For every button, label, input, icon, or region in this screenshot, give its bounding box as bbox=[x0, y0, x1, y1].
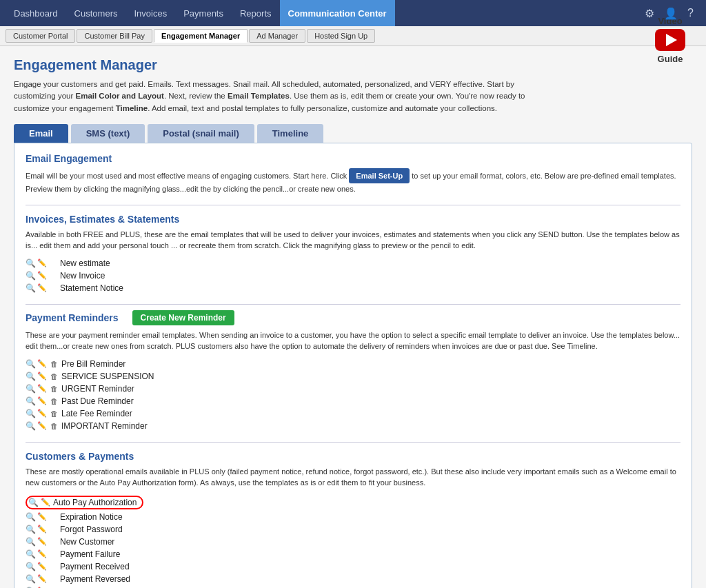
magnify-icon[interactable]: 🔍 bbox=[26, 562, 35, 571]
create-reminder-button[interactable]: Create New Reminder bbox=[132, 310, 234, 325]
subnav-engagement-manager[interactable]: Engagement Manager bbox=[154, 29, 248, 43]
customers-section-desc: These are mostly operational emails avai… bbox=[26, 466, 680, 489]
trash-icon[interactable]: 🗑 bbox=[49, 372, 59, 381]
pencil-icon[interactable]: ✏️ bbox=[37, 258, 47, 268]
pencil-icon[interactable]: ✏️ bbox=[37, 512, 47, 522]
pencil-icon[interactable]: ✏️ bbox=[37, 271, 47, 281]
email-content-box: Email Engagement Email will be your most… bbox=[14, 143, 692, 588]
magnify-icon[interactable]: 🔍 bbox=[26, 283, 35, 293]
tab-email[interactable]: Email bbox=[14, 124, 68, 143]
intro-text: Engage your customers and get paid. Emai… bbox=[14, 79, 552, 114]
customers-section-title: Customers & Payments bbox=[26, 451, 680, 462]
invoices-section-title: Invoices, Estimates & Statements bbox=[26, 214, 680, 225]
magnify-icon[interactable]: 🔍 bbox=[26, 421, 35, 431]
trash-icon[interactable]: 🗑 bbox=[49, 359, 59, 369]
pencil-icon[interactable]: ✏️ bbox=[37, 537, 47, 547]
user-icon[interactable]: 👤 bbox=[664, 7, 678, 20]
pencil-icon[interactable]: ✏️ bbox=[37, 525, 47, 534]
magnify-icon[interactable]: 🔍 bbox=[26, 258, 35, 268]
nav-customers[interactable]: Customers bbox=[66, 0, 126, 26]
magnify-icon[interactable]: 🔍 bbox=[26, 549, 35, 559]
item-icons: 🔍 ✏️ 🗑 bbox=[26, 384, 59, 394]
magnify-icon[interactable]: 🔍 bbox=[26, 512, 35, 522]
email-engagement-desc: Email will be your most used and most ef… bbox=[26, 168, 680, 195]
list-item: 🔍 ✏️ 🗑 URGENT Reminder bbox=[26, 383, 680, 395]
pencil-icon[interactable]: ✏️ bbox=[41, 498, 50, 507]
pencil-icon[interactable]: ✏️ bbox=[37, 549, 47, 559]
item-icons: 🔍 ✏️ bbox=[26, 549, 57, 559]
magnify-icon[interactable]: 🔍 bbox=[26, 537, 35, 547]
separator-2 bbox=[26, 304, 680, 305]
pencil-icon[interactable]: ✏️ bbox=[37, 384, 47, 394]
help-icon[interactable]: ? bbox=[687, 7, 694, 19]
email-setup-button[interactable]: Email Set-Up bbox=[349, 168, 410, 184]
subnav-hosted-signup[interactable]: Hosted Sign Up bbox=[307, 29, 375, 43]
magnify-icon[interactable]: 🔍 bbox=[26, 574, 35, 584]
separator-1 bbox=[26, 205, 680, 205]
email-engagement-title: Email Engagement bbox=[26, 153, 680, 164]
pencil-icon[interactable]: ✏️ bbox=[37, 396, 47, 406]
item-icons: 🔍 ✏️ bbox=[26, 258, 57, 268]
trash-icon[interactable]: 🗑 bbox=[49, 409, 59, 418]
list-item: 🔍 ✏️ 🗑 Late Fee Reminder bbox=[26, 407, 680, 420]
item-label: Payment Failure bbox=[60, 549, 120, 559]
nav-reports[interactable]: Reports bbox=[232, 0, 280, 26]
nav-dashboard[interactable]: Dashboard bbox=[6, 0, 66, 26]
top-nav-icons: ⚙ 👤 ? bbox=[645, 7, 700, 20]
trash-icon[interactable]: 🗑 bbox=[49, 384, 59, 394]
item-label: Statement Notice bbox=[60, 283, 123, 293]
item-icons: 🔍 ✏️ bbox=[26, 271, 57, 281]
pencil-icon[interactable]: ✏️ bbox=[37, 372, 47, 381]
invoices-section-desc: Available in both FREE and PLUS, these a… bbox=[26, 229, 680, 252]
nav-communication-center[interactable]: Communication Center bbox=[280, 0, 395, 26]
highlighted-item: 🔍 ✏️ Auto Pay Authorization bbox=[26, 496, 143, 509]
pencil-icon[interactable]: ✏️ bbox=[37, 562, 47, 571]
list-item: 🔍 ✏️ Payment Reversed bbox=[26, 573, 680, 585]
item-label: Expiration Notice bbox=[60, 512, 123, 522]
pencil-icon[interactable]: ✏️ bbox=[37, 421, 47, 431]
trash-icon[interactable]: 🗑 bbox=[49, 421, 59, 431]
magnify-icon[interactable]: 🔍 bbox=[26, 409, 35, 418]
item-label: Pre Bill Reminder bbox=[61, 359, 125, 369]
item-label: URGENT Reminder bbox=[61, 384, 134, 394]
nav-payments[interactable]: Payments bbox=[175, 0, 232, 26]
tab-timeline[interactable]: Timeline bbox=[257, 124, 324, 143]
list-item: 🔍 ✏️ New Invoice bbox=[26, 270, 680, 282]
pencil-icon[interactable]: ✏️ bbox=[37, 409, 47, 418]
magnify-icon[interactable]: 🔍 bbox=[26, 271, 35, 281]
payment-reminders-desc: These are your payment reminder email te… bbox=[26, 330, 680, 352]
list-item: 🔍 ✏️ New estimate bbox=[26, 257, 680, 270]
pencil-icon[interactable]: ✏️ bbox=[37, 359, 47, 369]
list-item: 🔍 ✏️ Statement Notice bbox=[26, 282, 680, 294]
settings-icon[interactable]: ⚙ bbox=[645, 7, 654, 20]
invoices-list: 🔍 ✏️ New estimate 🔍 ✏️ New Invoice 🔍 ✏️ … bbox=[26, 257, 680, 294]
magnify-icon[interactable]: 🔍 bbox=[26, 525, 35, 534]
item-label: Payment Received bbox=[60, 562, 130, 571]
page-title: Engagement Manager bbox=[14, 57, 692, 73]
item-icons: 🔍 ✏️ bbox=[26, 574, 57, 584]
magnify-icon[interactable]: 🔍 bbox=[26, 372, 35, 381]
tab-postal[interactable]: Postal (snail mail) bbox=[148, 124, 254, 143]
magnify-icon[interactable]: 🔍 bbox=[26, 384, 35, 394]
list-item: 🔍 ✏️ New Customer bbox=[26, 536, 680, 548]
nav-invoices[interactable]: Invoices bbox=[125, 0, 175, 26]
youtube-button[interactable] bbox=[655, 29, 685, 51]
magnify-icon[interactable]: 🔍 bbox=[28, 498, 38, 507]
payment-reminders-title: Payment Reminders bbox=[26, 312, 119, 323]
tab-sms[interactable]: SMS (text) bbox=[71, 124, 145, 143]
item-label: New estimate bbox=[60, 258, 110, 268]
pencil-icon[interactable]: ✏️ bbox=[37, 574, 47, 584]
list-item: 🔍 ✏️ 🗑 SERVICE SUSPENSION bbox=[26, 370, 680, 383]
magnify-icon[interactable]: 🔍 bbox=[26, 359, 35, 369]
subnav-customer-portal[interactable]: Customer Portal bbox=[6, 29, 75, 43]
payment-reminders-header: Payment Reminders Create New Reminder bbox=[26, 310, 680, 325]
subnav-customer-bill-pay[interactable]: Customer Bill Pay bbox=[77, 29, 152, 43]
magnify-icon[interactable]: 🔍 bbox=[26, 396, 35, 406]
pencil-icon[interactable]: ✏️ bbox=[37, 283, 47, 293]
trash-icon[interactable]: 🗑 bbox=[49, 396, 59, 406]
main-content: Video Guide Engagement Manager Engage yo… bbox=[0, 46, 706, 588]
separator-3 bbox=[26, 442, 680, 443]
subnav-ad-manager[interactable]: Ad Manager bbox=[249, 29, 305, 43]
item-label: Forgot Password bbox=[60, 525, 123, 534]
item-icons: 🔍 ✏️ 🗑 bbox=[26, 409, 59, 418]
